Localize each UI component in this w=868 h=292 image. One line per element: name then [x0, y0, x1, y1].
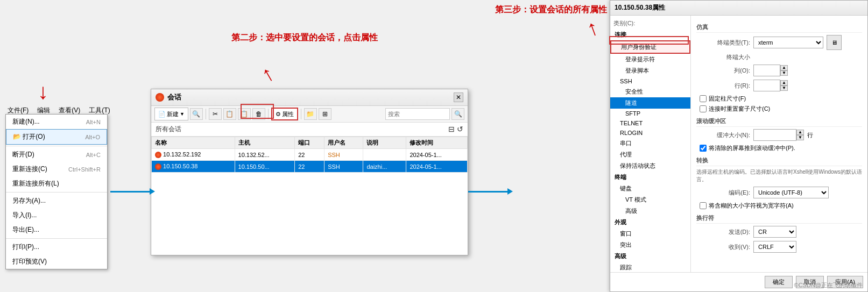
tree-highlight[interactable]: 突出	[610, 239, 690, 251]
fixed-col-checkbox[interactable]	[700, 95, 707, 102]
tree-keepalive[interactable]: 保持活动状态	[610, 160, 690, 172]
menu-item-print-preview[interactable]: 打印预览(V)	[6, 254, 107, 269]
tree-rlogin[interactable]: RLOGIN	[610, 128, 690, 138]
tree-telnet[interactable]: TELNET	[610, 118, 690, 128]
search-input[interactable]	[385, 108, 450, 120]
reset-on-connect-label: 连接时重置窗子尺寸(C)	[709, 105, 770, 113]
tree-sftp[interactable]: SFTP	[610, 109, 690, 118]
session-row-1[interactable]: 10.132.52.192 10.132.52... 22 SSH 2024-0…	[152, 149, 468, 161]
recv-label: 收到(V):	[696, 243, 750, 251]
cols-up[interactable]: ▲	[780, 65, 788, 70]
rows-up[interactable]: ▲	[780, 80, 788, 86]
reset-on-connect-checkbox[interactable]	[700, 105, 707, 112]
terminal-size-header: 终端大小	[696, 53, 862, 61]
sessions-toolbar: 📄 新建 ▼ 🔍 ✂ 📋 📋 🗑 ⚙ 属性 📁 ⊞ 🔍	[151, 106, 468, 123]
cols-down[interactable]: ▼	[780, 70, 788, 76]
fixed-col-label: 固定柱尺寸(F)	[709, 95, 746, 103]
properties-btn[interactable]: ⚙ 属性	[271, 108, 298, 120]
tb-cut[interactable]: ✂	[209, 108, 222, 120]
tree-proxy[interactable]: 代理	[610, 149, 690, 160]
tree-tunnel[interactable]: 隧道	[610, 97, 690, 109]
send-row: 发送(D): CR	[696, 226, 862, 238]
file-dropdown: 新建(N)... Alt+N 📂 打开(O) Alt+O 断开(D) Alt+C…	[5, 114, 108, 269]
conversion-section-title: 转换	[696, 156, 862, 166]
menu-item-import[interactable]: 导入(I)...	[6, 208, 107, 223]
tree-connection[interactable]: 连接	[610, 29, 690, 40]
wide-char-checkbox[interactable]	[700, 202, 707, 209]
linebreak-section-title: 换行符	[696, 214, 862, 224]
props-titlebar: 10.150.50.38属性	[610, 1, 867, 16]
window-close-btn[interactable]: ✕	[454, 92, 463, 102]
clear-screen-row: 将清除的屏幕推到滚动缓冲中(P).	[696, 144, 862, 152]
buf-down[interactable]: ▼	[796, 135, 804, 140]
menu-item-print[interactable]: 打印(P)...	[6, 240, 107, 254]
file-menu-area: 文件(F) 编辑 查看(V) 工具(T) 新建(N)... Alt+N 📂 打开…	[0, 0, 118, 292]
col-port: 端口	[295, 137, 324, 149]
row2-modified: 2024-05-1...	[406, 161, 468, 173]
tree-login-script[interactable]: 登录脚本	[610, 65, 690, 76]
search-btn[interactable]: 🔍	[451, 108, 464, 120]
tb-delete[interactable]: 🗑	[252, 108, 265, 120]
rows-label: 行(R):	[696, 82, 750, 90]
new-session-btn[interactable]: 📄 新建 ▼	[154, 108, 188, 120]
tb-grid[interactable]: ⊞	[319, 108, 331, 120]
menu-item-export[interactable]: 导出(E)...	[6, 223, 107, 237]
encoding-label: 编码(E):	[696, 189, 750, 197]
session-row-2[interactable]: 10.150.50.38 10.150.50... 22 SSH daizhi.…	[152, 161, 468, 173]
tb-folder[interactable]: 📁	[304, 108, 317, 120]
menu-item-reconnect[interactable]: 重新连接(C) Ctrl+Shift+R	[6, 162, 107, 176]
rows-spinbtns: ▲ ▼	[780, 80, 788, 91]
sessions-title: 会话	[156, 92, 181, 102]
sessions-window: 会话 ✕ 📄 新建 ▼ 🔍 ✂ 📋 📋 🗑 ⚙ 属性 📁 ⊞ 🔍 所有会话 ⊟ …	[151, 89, 468, 255]
tree-window[interactable]: 窗口	[610, 228, 690, 239]
tree-keyboard[interactable]: 键盘	[610, 183, 690, 194]
tree-security[interactable]: 安全性	[610, 86, 690, 97]
recv-row: 收到(V): CRLF	[696, 241, 862, 253]
toggle-view-btn[interactable]: ⊟ ↺	[448, 125, 463, 133]
menu-item-disconnect[interactable]: 断开(D) Alt+C	[6, 147, 107, 162]
buf-up[interactable]: ▲	[796, 130, 804, 135]
tree-login-prompt[interactable]: 登录提示符	[610, 54, 690, 65]
row2-port: 22	[295, 161, 324, 173]
send-select[interactable]: CR	[753, 226, 796, 238]
rows-down[interactable]: ▼	[780, 86, 788, 91]
row1-proto: SSH	[324, 149, 363, 161]
tree-trace[interactable]: 跟踪	[610, 262, 690, 272]
col-name: 名称	[152, 137, 235, 149]
menu-item-saveas[interactable]: 另存为(A)...	[6, 194, 107, 208]
tb-icon1[interactable]: 🔍	[190, 108, 203, 120]
terminal-type-row: 终端类型(T): xterm 🖥	[696, 35, 862, 50]
tree-advanced-top[interactable]: 高级	[610, 251, 690, 262]
tree-terminal[interactable]: 终端	[610, 172, 690, 183]
clear-screen-checkbox[interactable]	[700, 145, 707, 152]
tb-copy[interactable]: 📋	[223, 108, 236, 120]
cols-spinbtns: ▲ ▼	[780, 65, 788, 76]
buffer-size-row: 缓冲大小(N): 128000 ▲ ▼ 行	[696, 129, 862, 141]
tree-ssh[interactable]: SSH	[610, 76, 690, 86]
tree-appearance[interactable]: 外观	[610, 217, 690, 228]
terminal-type-select[interactable]: xterm	[753, 37, 823, 48]
scrollback-section-title: 滚动缓冲区	[696, 117, 862, 127]
tree-serial[interactable]: 串口	[610, 138, 690, 149]
tree-advanced[interactable]: 高级	[610, 205, 690, 217]
red-arrow-step1: ↓	[38, 80, 48, 104]
menu-item-open[interactable]: 📂 打开(O) Alt+O	[6, 129, 107, 145]
row2-user: daizhi...	[363, 161, 406, 173]
encoding-select[interactable]: Unicode (UTF-8)	[753, 187, 829, 198]
buffer-input[interactable]: 128000	[753, 129, 796, 141]
menu-item-reconnect-all[interactable]: 重新连接所有(L)	[6, 176, 107, 191]
ok-btn[interactable]: 确定	[765, 276, 793, 288]
terminal-icon-btn[interactable]: 🖥	[827, 35, 842, 50]
reset-on-connect-row: 连接时重置窗子尺寸(C)	[696, 105, 862, 113]
rows-input[interactable]: 24	[753, 80, 780, 91]
tree-user-auth[interactable]: 用户身份验证	[610, 40, 690, 54]
terminal-type-label: 终端类型(T):	[696, 39, 750, 47]
menu-item-new[interactable]: 新建(N)... Alt+N	[6, 115, 107, 129]
tree-vt-mode[interactable]: VT 模式	[610, 194, 690, 205]
row1-port: 22	[295, 149, 324, 161]
recv-select[interactable]: CRLF	[753, 241, 796, 253]
cols-input[interactable]: 80	[753, 65, 780, 76]
rows-spinbox: 24 ▲ ▼	[753, 80, 788, 91]
tb-paste[interactable]: 📋	[238, 108, 251, 120]
buffer-spinbox: 128000 ▲ ▼	[753, 129, 804, 141]
